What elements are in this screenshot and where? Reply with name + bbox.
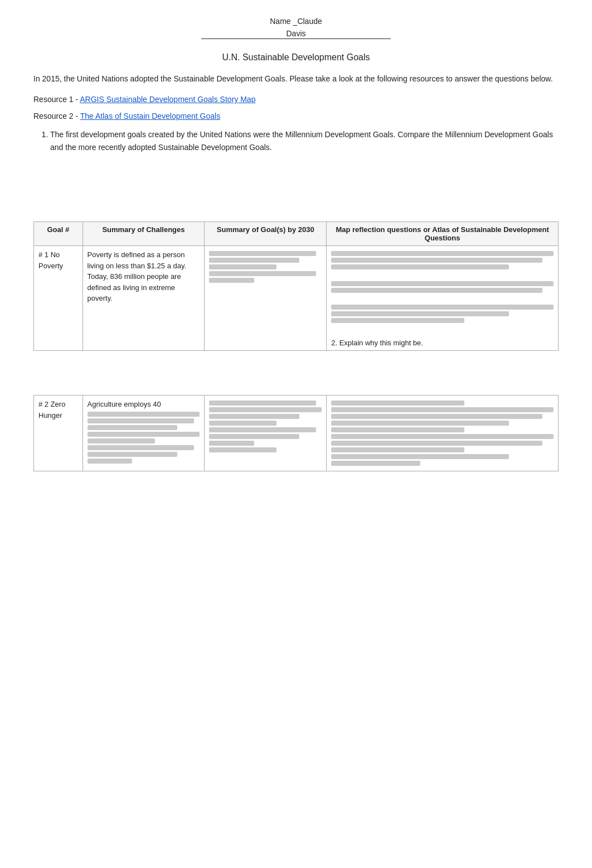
goal-1-summary: Poverty is defined as a person living on… <box>83 246 205 351</box>
explain-text: 2. Explain why this might be. <box>331 339 554 347</box>
spacer-row <box>34 351 559 396</box>
name-label: Name <box>270 17 290 26</box>
name-value: _Claude <box>293 17 322 26</box>
resource-2-line: Resource 2 - The Atlas of Sustain Develo… <box>33 112 559 120</box>
table-row: # 2 Zero Hunger Agriculture employs 40 <box>34 396 559 471</box>
col-header-summary: Summary of Challenges <box>83 222 205 246</box>
davis-field: Davis <box>201 29 391 39</box>
resource-1-label: Resource 1 - <box>33 95 80 104</box>
goal-1-label: # 1 No Poverty <box>34 246 83 351</box>
col-header-goals-2030: Summary of Goal(s) by 2030 <box>205 222 327 246</box>
table-row: # 1 No Poverty Poverty is defined as a p… <box>34 246 559 351</box>
goal-2-label: # 2 Zero Hunger <box>34 396 83 471</box>
col-header-map: Map reflection questions or Atlas of Sus… <box>327 222 559 246</box>
goal-2-summary: Agriculture employs 40 <box>83 396 205 471</box>
goal-1-goals-2030 <box>205 246 327 351</box>
resource-1-line: Resource 1 - ARGIS Sustainable Developme… <box>33 95 559 104</box>
page-title: U.N. Sustainable Development Goals <box>33 52 559 62</box>
col-header-goal: Goal # <box>34 222 83 246</box>
goal-1-map: 2. Explain why this might be. <box>327 246 559 351</box>
resource-2-label: Resource 2 - <box>33 112 80 120</box>
goals-table: Goal # Summary of Challenges Summary of … <box>33 221 559 471</box>
goal-2-goals-2030 <box>205 396 327 471</box>
intro-paragraph: In 2015, the United Nations adopted the … <box>33 73 559 85</box>
resource-1-link[interactable]: ARGIS Sustainable Development Goals Stor… <box>80 95 255 104</box>
resource-2-link[interactable]: The Atlas of Sustain Development Goals <box>80 112 220 120</box>
question-1: The first development goals created by t… <box>50 128 559 153</box>
question-list: The first development goals created by t… <box>50 128 559 153</box>
goal-2-map <box>327 396 559 471</box>
